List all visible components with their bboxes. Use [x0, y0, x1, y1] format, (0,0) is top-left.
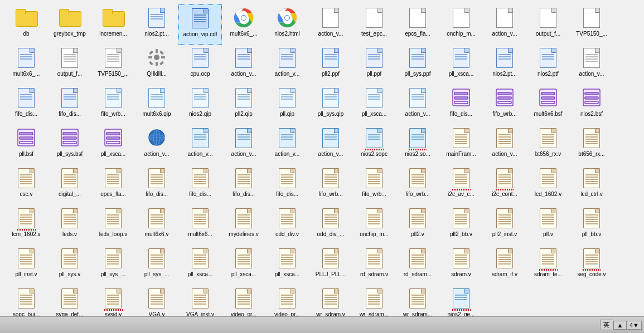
file-item[interactable]: pll2_bb.v [439, 205, 483, 245]
file-item[interactable]: pll2.qip [222, 85, 265, 125]
file-item[interactable]: bt656_rx.v [526, 125, 570, 165]
file-item[interactable]: TVP5150_... [91, 45, 135, 85]
file-item[interactable]: nios2.pt... [483, 45, 526, 85]
file-item[interactable]: pll_inst.v [4, 245, 48, 285]
file-item[interactable]: mult6x6.v [135, 205, 178, 245]
file-item[interactable]: i2c_cont... [483, 165, 526, 205]
file-item[interactable]: mult6x6_... [222, 4, 265, 45]
file-item[interactable]: fifo_dis... [178, 165, 222, 205]
file-item[interactable]: lcd_ctrl.v [570, 165, 613, 205]
file-item[interactable]: sdram_te... [526, 245, 570, 285]
file-item[interactable]: pll.bsf [4, 125, 48, 165]
file-item[interactable]: action_v... [309, 4, 352, 45]
file-item[interactable]: greybox_tmp [48, 4, 91, 45]
file-item[interactable]: fifo_dis... [222, 165, 265, 205]
file-item[interactable]: nios2.pt... [135, 4, 178, 45]
file-item[interactable]: db [4, 4, 48, 45]
up-button[interactable]: ▲ [613, 321, 627, 330]
file-item[interactable]: fifo_wrb... [483, 85, 526, 125]
file-item[interactable]: action_v... [309, 125, 352, 165]
file-item[interactable]: odd_div.v [265, 205, 309, 245]
file-item[interactable]: output_f... [526, 4, 570, 45]
file-item[interactable]: lcm_1602.v [4, 205, 48, 245]
file-item[interactable]: action_v... [265, 125, 309, 165]
file-item[interactable]: QIIkilll... [135, 45, 178, 85]
file-item[interactable]: pll_xsca... [265, 245, 309, 285]
file-item[interactable]: pll_sys_... [135, 245, 178, 285]
file-item[interactable]: action_v... [222, 125, 265, 165]
file-item[interactable]: action_v... [396, 85, 439, 125]
file-item[interactable]: action_v... [178, 125, 222, 165]
file-item[interactable]: pll.v [526, 205, 570, 245]
file-item[interactable]: csc.v [4, 165, 48, 205]
file-item[interactable]: fifo_dis... [439, 85, 483, 125]
file-item[interactable]: pll_sys.qip [309, 85, 352, 125]
file-item[interactable]: mult6x6_... [4, 45, 48, 85]
file-item[interactable]: mult6x6.bsf [526, 85, 570, 125]
file-item[interactable]: bt656_rx... [570, 125, 613, 165]
file-item[interactable]: pll_xsca... [91, 125, 135, 165]
file-item[interactable]: pll_sys_... [91, 245, 135, 285]
file-item[interactable]: fifo_wrb... [396, 165, 439, 205]
file-item[interactable]: action_vip.cdf [178, 4, 222, 45]
file-item[interactable]: action_v... [222, 45, 265, 85]
file-item[interactable]: digital_... [48, 165, 91, 205]
file-item[interactable]: pll_bb.v [570, 205, 613, 245]
file-item[interactable]: pll_sys.bsf [48, 125, 91, 165]
file-item[interactable]: leds.v [48, 205, 91, 245]
count-button[interactable]: 4▼ [627, 321, 642, 330]
file-item[interactable]: action_v... [483, 4, 526, 45]
file-item[interactable]: rd_sdram... [396, 245, 439, 285]
file-item[interactable]: nios2.ptf [526, 45, 570, 85]
file-item[interactable]: mainFram... [439, 125, 483, 165]
file-item[interactable]: incremen... [91, 4, 135, 45]
file-item[interactable]: pll_sys.v [48, 245, 91, 285]
file-item[interactable]: action_v... [483, 125, 526, 165]
file-item[interactable]: mult6x6... [178, 205, 222, 245]
file-item[interactable]: mult6x6.qip [135, 85, 178, 125]
file-item[interactable]: pll_xsca... [222, 245, 265, 285]
file-item[interactable]: fifo_dis... [135, 165, 178, 205]
file-item[interactable]: pll2_inst.v [483, 205, 526, 245]
file-item[interactable]: fifo_wrb... [91, 85, 135, 125]
file-item[interactable]: sdram.v [439, 245, 483, 285]
file-item[interactable]: lcd_1602.v [526, 165, 570, 205]
file-item[interactable]: pll_xsca... [352, 85, 396, 125]
file-item[interactable]: fifo_wrb... [309, 165, 352, 205]
file-item[interactable]: rd_sdram.v [352, 245, 396, 285]
file-item[interactable]: leds_loop.v [91, 205, 135, 245]
file-item[interactable]: pll2.ppf [309, 45, 352, 85]
file-item[interactable]: fifo_dis... [4, 85, 48, 125]
file-item[interactable]: fifo_dis... [265, 165, 309, 205]
file-item[interactable]: pll.qip [265, 85, 309, 125]
file-item[interactable]: epcs_fla... [396, 4, 439, 45]
file-item[interactable]: pll2.v [396, 205, 439, 245]
file-item[interactable]: epcs_fla... [91, 165, 135, 205]
file-item[interactable]: PLLJ_PLL... [309, 245, 352, 285]
file-item[interactable]: pll_sys.ppf [396, 45, 439, 85]
file-item[interactable]: onchip_m... [439, 4, 483, 45]
file-item[interactable]: odd_div_... [309, 205, 352, 245]
file-item[interactable]: pll.ppf [352, 45, 396, 85]
file-item[interactable]: nios2.so... [396, 125, 439, 165]
file-item[interactable]: TVP5150_... [570, 4, 613, 45]
file-item[interactable]: onchip_m... [352, 205, 396, 245]
file-item[interactable]: pll_xsca... [178, 245, 222, 285]
file-item[interactable]: output_f... [48, 45, 91, 85]
file-item[interactable]: nios2.sopc [352, 125, 396, 165]
file-item[interactable]: sdram_if.v [483, 245, 526, 285]
file-item[interactable]: mydefines.v [222, 205, 265, 245]
file-item[interactable]: nios2.html [265, 4, 309, 45]
file-item[interactable]: pll_xsca... [439, 45, 483, 85]
file-item[interactable]: nios2.qip [178, 85, 222, 125]
file-item[interactable]: fifo_dis... [48, 85, 91, 125]
file-item[interactable]: i2c_av_c... [439, 165, 483, 205]
file-item[interactable]: seg_code.v [570, 245, 613, 285]
file-item[interactable]: nios2.bsf [570, 85, 613, 125]
file-item[interactable]: test_epc... [352, 4, 396, 45]
lang-button[interactable]: 英 [600, 320, 613, 330]
file-item[interactable]: cpu.ocp [178, 45, 222, 85]
file-item[interactable]: fifo_wrb... [352, 165, 396, 205]
file-item[interactable]: action_v... [570, 45, 613, 85]
file-item[interactable]: action_v... [265, 45, 309, 85]
